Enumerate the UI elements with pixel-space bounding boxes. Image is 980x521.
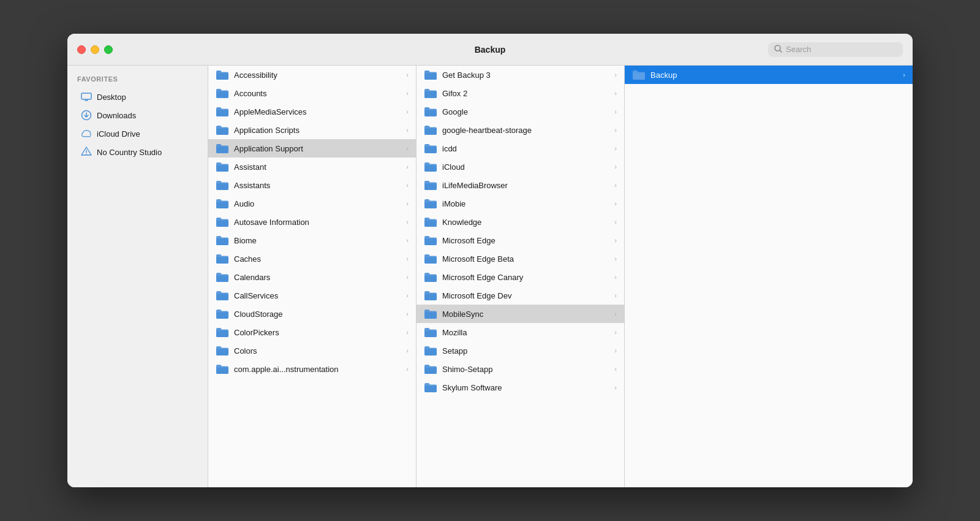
list-item[interactable]: Mozilla› <box>417 323 624 341</box>
chevron-icon: › <box>614 181 617 189</box>
folder-icon <box>424 143 437 154</box>
list-item[interactable]: Assistant› <box>208 158 416 176</box>
item-label: Accounts <box>234 89 401 98</box>
folder-icon <box>216 290 229 301</box>
list-item[interactable]: Application Scripts› <box>208 121 416 139</box>
chevron-icon: › <box>406 365 409 373</box>
minimize-button[interactable] <box>91 45 99 54</box>
sidebar-item-desktop[interactable]: Desktop <box>71 88 204 106</box>
list-item[interactable]: Application Support› <box>208 139 416 158</box>
folder-icon <box>424 253 437 264</box>
item-label: iCloud <box>442 162 609 172</box>
item-label: Setapp <box>442 346 609 356</box>
folder-icon <box>424 106 437 117</box>
list-item[interactable]: AppleMediaServices› <box>208 102 416 121</box>
sidebar-item-label-desktop: Desktop <box>97 93 126 102</box>
folder-icon <box>216 216 229 227</box>
list-item[interactable]: Microsoft Edge› <box>417 231 624 249</box>
chevron-icon: › <box>614 218 617 226</box>
chevron-icon: › <box>406 163 409 170</box>
list-item[interactable]: MobileSync› <box>417 305 624 323</box>
folder-icon <box>424 382 437 393</box>
list-item[interactable]: Shimo-Setapp› <box>417 360 624 378</box>
chevron-icon: › <box>614 145 617 152</box>
folder-icon <box>424 198 437 209</box>
folder-icon <box>216 235 229 246</box>
list-item[interactable]: Get Backup 3› <box>417 66 624 84</box>
chevron-icon: › <box>406 273 409 281</box>
list-item[interactable]: com.apple.ai...nstrumentation› <box>208 360 416 378</box>
list-item[interactable]: Microsoft Edge Canary› <box>417 268 624 286</box>
sidebar-item-nocountry[interactable]: No Country Studio <box>71 143 204 161</box>
item-label: Caches <box>234 254 401 264</box>
chevron-icon: › <box>614 329 617 336</box>
list-item[interactable]: Backup› <box>625 66 913 84</box>
columns-area: Accessibility› Accounts› AppleMediaServi… <box>208 66 913 487</box>
folder-icon <box>216 88 229 99</box>
item-label: CallServices <box>234 291 401 300</box>
list-item[interactable]: Accounts› <box>208 84 416 102</box>
list-item[interactable]: google-heartbeat-storage› <box>417 121 624 139</box>
list-item[interactable]: icdd› <box>417 139 624 158</box>
list-item[interactable]: Calendars› <box>208 268 416 286</box>
list-item[interactable]: Microsoft Edge Beta› <box>417 249 624 268</box>
sidebar-section-label: Favorites <box>67 75 208 88</box>
sidebar-item-icloud[interactable]: iCloud Drive <box>71 124 204 143</box>
list-item[interactable]: Skylum Software› <box>417 378 624 397</box>
search-bar[interactable]: Search <box>768 42 903 57</box>
folder-icon <box>216 69 229 80</box>
svg-rect-3 <box>85 100 88 101</box>
list-item[interactable]: Google› <box>417 102 624 121</box>
list-item[interactable]: Autosave Information› <box>208 213 416 231</box>
list-item[interactable]: Biome› <box>208 231 416 249</box>
folder-icon <box>424 363 437 375</box>
item-label: Knowledge <box>442 218 609 227</box>
chevron-icon: › <box>614 237 617 244</box>
chevron-icon: › <box>406 181 409 189</box>
chevron-icon: › <box>406 255 409 262</box>
close-button[interactable] <box>77 45 86 54</box>
folder-icon <box>216 308 229 319</box>
list-item[interactable]: Colors› <box>208 341 416 360</box>
list-item[interactable]: Caches› <box>208 249 416 268</box>
item-label: iLifeMediaBrowser <box>442 181 609 190</box>
list-item[interactable]: ColorPickers› <box>208 323 416 341</box>
list-item[interactable]: CloudStorage› <box>208 305 416 323</box>
item-label: Shimo-Setapp <box>442 365 609 374</box>
download-icon <box>81 110 92 121</box>
item-label: Microsoft Edge Dev <box>442 291 609 300</box>
item-label: Audio <box>234 199 401 208</box>
list-item[interactable]: Assistants› <box>208 176 416 194</box>
list-item[interactable]: Microsoft Edge Dev› <box>417 286 624 305</box>
chevron-icon: › <box>406 237 409 244</box>
chevron-icon: › <box>406 108 409 115</box>
list-item[interactable]: CallServices› <box>208 286 416 305</box>
item-label: Backup <box>650 70 898 80</box>
content-area: Favorites Desktop <box>67 66 913 487</box>
chevron-icon: › <box>614 71 617 78</box>
cloud-icon <box>81 128 92 139</box>
folder-icon <box>216 143 229 154</box>
sidebar-item-downloads[interactable]: Downloads <box>71 106 204 124</box>
maximize-button[interactable] <box>104 45 113 54</box>
folder-icon <box>216 198 229 209</box>
list-item[interactable]: Accessibility› <box>208 66 416 84</box>
list-item[interactable]: Gifox 2› <box>417 84 624 102</box>
list-item[interactable]: iMobie› <box>417 194 624 213</box>
folder-icon <box>424 290 437 301</box>
item-label: MobileSync <box>442 310 609 319</box>
list-item[interactable]: Audio› <box>208 194 416 213</box>
column-3: Backup› <box>625 66 913 487</box>
folder-icon <box>424 88 437 99</box>
chevron-icon: › <box>903 71 905 78</box>
sidebar-item-label-nocountry: No Country Studio <box>97 148 162 157</box>
list-item[interactable]: iLifeMediaBrowser› <box>417 176 624 194</box>
list-item[interactable]: Knowledge› <box>417 213 624 231</box>
finder-window: Backup Search Favorites <box>67 34 913 487</box>
list-item[interactable]: iCloud› <box>417 158 624 176</box>
chevron-icon: › <box>406 200 409 207</box>
item-label: Microsoft Edge Beta <box>442 254 609 264</box>
item-label: icdd <box>442 144 609 153</box>
list-item[interactable]: Setapp› <box>417 341 624 360</box>
folder-icon <box>216 106 229 117</box>
